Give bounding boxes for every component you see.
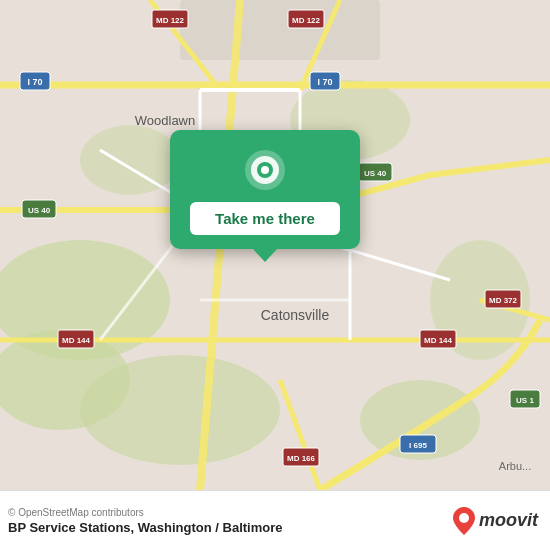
svg-point-3 [80,355,280,465]
svg-point-7 [80,125,180,195]
svg-text:I 70: I 70 [27,77,42,87]
moovit-brand-text: moovit [479,510,538,531]
svg-text:US 40: US 40 [28,206,51,215]
svg-point-59 [459,513,469,523]
svg-text:MD 144: MD 144 [62,336,91,345]
svg-text:MD 122: MD 122 [156,16,185,25]
copyright-text: © OpenStreetMap contributors [8,507,283,518]
svg-text:Woodlawn: Woodlawn [135,113,195,128]
popup-card: Take me there [170,130,360,249]
svg-text:MD 372: MD 372 [489,296,518,305]
location-pin-icon [243,148,287,192]
svg-text:MD 144: MD 144 [424,336,453,345]
svg-text:MD 166: MD 166 [287,454,316,463]
station-name: BP Service Stations, Washington / Baltim… [8,520,283,535]
svg-text:Catonsville: Catonsville [261,307,330,323]
footer-bar: © OpenStreetMap contributors BP Service … [0,490,550,550]
footer-left: © OpenStreetMap contributors BP Service … [8,507,283,535]
svg-text:US 40: US 40 [364,169,387,178]
take-me-there-button[interactable]: Take me there [190,202,340,235]
svg-text:Arbu...: Arbu... [499,460,531,472]
svg-text:MD 122: MD 122 [292,16,321,25]
svg-rect-8 [180,0,380,60]
svg-text:US 1: US 1 [516,396,534,405]
svg-text:I 70: I 70 [317,77,332,87]
moovit-pin-icon [453,507,475,535]
map-container: I 70 I 70 US 40 US 40 MD 122 MD 122 MD 1… [0,0,550,490]
moovit-logo: moovit [453,507,538,535]
svg-point-58 [261,166,269,174]
svg-text:I 695: I 695 [409,441,427,450]
